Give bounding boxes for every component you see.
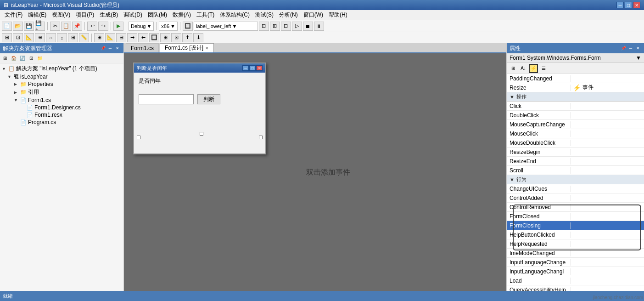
menu-view[interactable]: 视图(V) xyxy=(49,10,73,20)
tab-close-icon[interactable]: ✕ xyxy=(205,46,209,51)
menu-data[interactable]: 数据(A) xyxy=(170,10,194,20)
toolbar-icon7[interactable]: ⏸ xyxy=(314,22,324,31)
props-row-helpbuttonclicked[interactable]: HelpButtonClicked xyxy=(507,230,644,239)
toolbar2-btn5[interactable]: ↔ xyxy=(46,33,56,42)
toolbar-save-all[interactable]: 💾+ xyxy=(35,22,45,31)
tree-btn2[interactable]: 🏠 xyxy=(10,54,18,62)
tree-btn4[interactable]: ⊡ xyxy=(27,54,35,62)
form-window[interactable]: 判断是否闰年 ─ □ ✕ 是否闰年 判断 xyxy=(133,62,266,154)
props-sorted-btn[interactable]: A↓ xyxy=(519,64,528,73)
props-row-mouseclick[interactable]: MouseClick xyxy=(507,129,644,138)
props-events-btn[interactable]: ⚡ xyxy=(529,64,538,73)
toolbar2-btn17[interactable]: ⬆ xyxy=(182,33,192,42)
project-root[interactable]: ▼ 🏗 isLeapYear xyxy=(1,73,123,80)
toolbar2-btn13[interactable]: ⬅ xyxy=(138,33,148,42)
toolbar-paste[interactable]: 📌 xyxy=(72,22,82,31)
props-row-resizebegin[interactable]: ResizeBegin xyxy=(507,148,644,157)
minimize-button[interactable]: ─ xyxy=(616,2,624,8)
tree-btn5[interactable]: 📁 xyxy=(36,54,44,62)
toolbar-icon4[interactable]: ⊟ xyxy=(281,22,291,31)
props-proppage-btn[interactable]: ☰ xyxy=(539,64,548,73)
toolbar-icon6[interactable]: ⏹ xyxy=(303,22,313,31)
panel-float-button[interactable]: ─ xyxy=(107,45,113,51)
props-row-click[interactable]: Click xyxy=(507,102,644,111)
toolbar-new[interactable]: 📄 xyxy=(2,22,12,31)
tree-form1resx[interactable]: 📄 Form1.resx xyxy=(1,111,123,119)
menu-test[interactable]: 测试(S) xyxy=(252,10,276,20)
toolbar-redo[interactable]: ↪ xyxy=(98,22,108,31)
toolbar-copy[interactable]: 📋 xyxy=(61,22,71,31)
props-pin-button[interactable]: 📌 xyxy=(620,45,627,51)
resize-handle-bottom-left[interactable] xyxy=(137,136,140,139)
toolbar2-btn8[interactable]: 📏 xyxy=(79,33,89,42)
props-row-formclosing[interactable]: FormClosing xyxy=(507,221,644,230)
toolbar2-btn9[interactable]: ⊞ xyxy=(94,33,104,42)
tree-form1designer[interactable]: 📄 Form1.Designer.cs xyxy=(1,104,123,111)
tab-form1cs[interactable]: Form1.cs xyxy=(126,43,159,52)
tree-form1cs[interactable]: ▼ 📄 Form1.cs xyxy=(1,97,123,104)
toolbar2-btn15[interactable]: ⊞ xyxy=(160,33,170,42)
props-row-formclosed[interactable]: FormClosed xyxy=(507,212,644,221)
toolbar-icon2[interactable]: ⊡ xyxy=(259,22,269,31)
props-object-dropdown-icon[interactable]: ▼ xyxy=(636,55,641,61)
form-judge-button[interactable]: 判断 xyxy=(197,94,220,104)
menu-arch[interactable]: 体系结构(C) xyxy=(217,10,252,20)
resize-handle-bottom-center[interactable] xyxy=(200,132,203,136)
props-value-resize[interactable]: ⚡ 事件 xyxy=(571,84,644,91)
menu-help[interactable]: 帮助(H) xyxy=(326,10,350,20)
props-float-button[interactable]: ─ xyxy=(627,45,634,51)
toolbar2-btn7[interactable]: ⊞ xyxy=(68,33,78,42)
toolbar-open[interactable]: 📂 xyxy=(13,22,23,31)
props-row-controladded[interactable]: ControlAdded xyxy=(507,193,644,203)
props-row-controlremoved[interactable]: ControlRemoved xyxy=(507,203,644,212)
target-dropdown[interactable]: label_lower_left ▼ xyxy=(194,22,258,31)
props-categorized-btn[interactable]: ⊞ xyxy=(509,64,518,73)
menu-tools[interactable]: 工具(T) xyxy=(194,10,217,20)
tree-properties[interactable]: ▶ 📁 Properties xyxy=(1,80,123,88)
tree-references[interactable]: ▶ 📁 引用 xyxy=(1,88,123,97)
toolbar-icon3[interactable]: ⊞ xyxy=(270,22,280,31)
props-row-mousecapturechange[interactable]: MouseCaptureChange xyxy=(507,120,644,129)
toolbar2-btn12[interactable]: ➡ xyxy=(127,33,137,42)
menu-debug[interactable]: 调试(D) xyxy=(121,10,145,20)
toolbar2-btn4[interactable]: ⊕ xyxy=(35,33,45,42)
solution-root[interactable]: ▼ 📋 解决方案 "isLeapYear" (1 个项目) xyxy=(1,64,123,73)
props-row-changeuicues[interactable]: ChangeUICues xyxy=(507,184,644,193)
toolbar-icon5[interactable]: ▷ xyxy=(292,22,302,31)
tab-form1cs-design[interactable]: Form1.cs [设计] ✕ xyxy=(160,43,214,52)
props-row-imemodechanged[interactable]: ImeModeChanged xyxy=(507,249,644,258)
props-row-load[interactable]: Load xyxy=(507,276,644,285)
form-max-btn[interactable]: □ xyxy=(249,65,256,71)
toolbar2-btn1[interactable]: ⊞ xyxy=(2,33,12,42)
debug-config-dropdown[interactable]: Debug ▼ xyxy=(129,22,154,31)
props-row-inputlanguagechangi[interactable]: InputLanguageChangi xyxy=(507,267,644,276)
panel-pin-button[interactable]: 📌 xyxy=(100,45,106,51)
tree-btn3[interactable]: 🔄 xyxy=(18,54,27,62)
props-row-resizeend[interactable]: ResizeEnd xyxy=(507,157,644,166)
form-close-btn[interactable]: ✕ xyxy=(256,65,263,71)
close-button[interactable]: ✕ xyxy=(633,2,640,8)
toolbar-undo[interactable]: ↩ xyxy=(87,22,97,31)
toolbar-start[interactable]: ▶ xyxy=(113,22,123,31)
toolbar-save[interactable]: 💾 xyxy=(24,22,34,31)
menu-team[interactable]: 团队(M) xyxy=(145,10,170,20)
form-year-input[interactable] xyxy=(139,94,194,104)
toolbar-cut[interactable]: ✂ xyxy=(50,22,60,31)
toolbar2-btn2[interactable]: ⊡ xyxy=(13,33,23,42)
props-row-helprequested[interactable]: HelpRequested xyxy=(507,239,644,249)
props-row-paddingchanged[interactable]: PaddingChanged xyxy=(507,74,644,83)
platform-dropdown[interactable]: x86 ▼ xyxy=(159,22,178,31)
tree-btn1[interactable]: ⊞ xyxy=(1,54,9,62)
menu-project[interactable]: 项目(P) xyxy=(73,10,97,20)
props-row-resize[interactable]: Resize ⚡ 事件 xyxy=(507,83,644,92)
tree-programcs[interactable]: 📄 Program.cs xyxy=(1,119,123,126)
props-row-inputlanguagechange[interactable]: InputLanguageChange xyxy=(507,258,644,267)
toolbar2-btn11[interactable]: ⊟ xyxy=(116,33,126,42)
menu-edit[interactable]: 编辑(E) xyxy=(25,10,49,20)
toolbar2-btn16[interactable]: ⊡ xyxy=(171,33,181,42)
menu-analyze[interactable]: 分析(N) xyxy=(276,10,301,20)
props-row-scroll[interactable]: Scroll xyxy=(507,166,644,175)
toolbar2-btn18[interactable]: ⬇ xyxy=(193,33,203,42)
props-close-button[interactable]: ✕ xyxy=(635,45,641,51)
menu-file[interactable]: 文件(F) xyxy=(2,10,25,20)
